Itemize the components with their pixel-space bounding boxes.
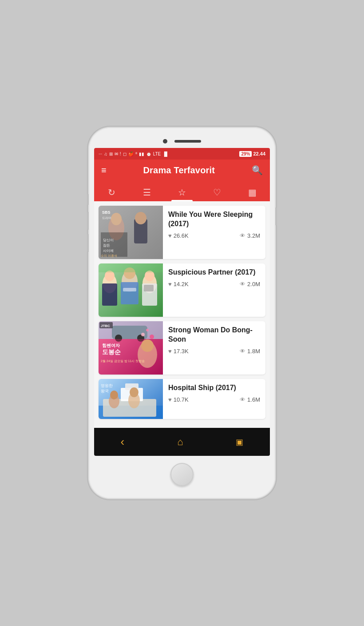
svg-text:잠든: 잠든 <box>103 243 110 247</box>
views-count-3: 1.8M <box>247 348 260 355</box>
home-button-nav[interactable]: ⌂ <box>168 435 192 450</box>
recent-apps-button[interactable]: ▣ <box>227 435 252 449</box>
svg-text:영원한: 영원한 <box>101 383 113 388</box>
likes-count-3: 17.3K <box>174 348 189 355</box>
phone-shell: ··· ♫ ⊞ ✉ ! ◻ 🍎 ⁸ ▮▮ ⏰ LTE ▐▌ 29% 22.44 … <box>89 128 275 498</box>
svg-point-5 <box>111 213 122 225</box>
content-area: SBS 드라마스페셜 당신이 잠든 사이에 수지 이종석 <box>94 201 270 428</box>
eye-icon-4: 👁 <box>240 396 245 403</box>
views-stat-1: 👁 3.2M <box>240 232 260 239</box>
status-icon-apple: 🍎 <box>128 152 134 156</box>
svg-rect-20 <box>123 288 136 291</box>
status-icon-spotify: ♫ <box>104 152 107 156</box>
volume-up-button[interactable] <box>87 212 89 230</box>
views-stat-2: 👁 2.0M <box>240 281 260 287</box>
status-icon-mail: ✉ <box>115 152 118 156</box>
app-title: Drama Terfavorit <box>143 165 215 175</box>
views-count-2: 2.0M <box>247 281 260 287</box>
gallery-icon: ▦ <box>248 187 257 198</box>
power-button[interactable] <box>275 207 277 225</box>
svg-point-33 <box>141 333 145 336</box>
eye-icon-1: 👁 <box>240 232 245 239</box>
status-icon-lte: LTE <box>153 152 161 156</box>
svg-text:JTBC: JTBC <box>101 324 110 328</box>
drama-stats-1: ♥ 26.6K 👁 3.2M <box>168 232 260 239</box>
svg-text:왕국: 왕국 <box>101 389 109 393</box>
back-button[interactable]: ‹ <box>112 433 134 451</box>
svg-text:당신이: 당신이 <box>103 238 114 242</box>
heart-stat-icon-4: ♥ <box>168 396 172 403</box>
svg-point-48 <box>110 391 118 399</box>
svg-point-50 <box>130 387 138 397</box>
star-icon: ☆ <box>178 187 186 198</box>
volume-down-button[interactable] <box>87 234 89 252</box>
drama-title-2: Suspicious Partner (2017) <box>168 268 260 277</box>
search-icon[interactable]: 🔍 <box>252 165 263 175</box>
tab-heart[interactable]: ♡ <box>200 183 235 201</box>
heart-icon: ♡ <box>213 187 221 198</box>
tab-refresh[interactable]: ↻ <box>94 183 129 201</box>
tab-star[interactable]: ☆ <box>164 183 199 201</box>
likes-count-4: 10.7K <box>174 396 189 403</box>
status-time: 22.44 <box>253 151 265 156</box>
refresh-icon: ↻ <box>108 187 115 198</box>
phone-screen: ··· ♫ ⊞ ✉ ! ◻ 🍎 ⁸ ▮▮ ⏰ LTE ▐▌ 29% 22.44 … <box>94 148 270 456</box>
drama-card-4[interactable]: 영원한 왕국 Hospital Ship (2017) ♥ 10.7K 👁 1.… <box>99 379 265 419</box>
svg-rect-25 <box>99 263 163 272</box>
drama-poster-4: 영원한 왕국 <box>99 379 163 419</box>
status-icon-dots: ··· <box>99 152 102 156</box>
drama-card-3-info: Strong Woman Do Bong-Soon ♥ 17.3K 👁 1.8M <box>163 321 265 375</box>
status-icon-instagram: ◻ <box>123 152 127 156</box>
drama-stats-3: ♥ 17.3K 👁 1.8M <box>168 348 260 355</box>
status-right: 29% 22.44 <box>239 151 265 157</box>
heart-stat-icon-2: ♥ <box>168 281 172 287</box>
drama-card-2[interactable]: Suspicious Partner (2017) ♥ 14.2K 👁 2.0M <box>99 263 265 317</box>
likes-stat-1: ♥ 26.6K <box>168 232 189 239</box>
views-stat-3: 👁 1.8M <box>240 348 260 355</box>
eye-icon-3: 👁 <box>240 348 245 355</box>
drama-title-3: Strong Woman Do Bong-Soon <box>168 326 260 344</box>
drama-stats-2: ♥ 14.2K 👁 2.0M <box>168 281 260 287</box>
likes-stat-2: ♥ 14.2K <box>168 281 189 287</box>
likes-count-1: 26.6K <box>174 232 189 239</box>
tab-list[interactable]: ☰ <box>129 183 164 201</box>
status-icon-signal-bars: ▐▌ <box>162 152 169 156</box>
likes-stat-3: ♥ 17.3K <box>168 348 189 355</box>
drama-card-3[interactable]: JTBC 힘쎈여자 도봉순 2월 24일 금요일 밤 11시 첫방송 <box>99 321 265 375</box>
svg-point-7 <box>135 212 146 224</box>
views-count-1: 3.2M <box>247 232 260 239</box>
drama-card-1[interactable]: SBS 드라마스페셜 당신이 잠든 사이에 수지 이종석 <box>99 206 265 259</box>
camera <box>163 139 167 144</box>
tab-gallery[interactable]: ▦ <box>235 183 270 201</box>
likes-count-2: 14.2K <box>174 281 189 287</box>
app-header: ≡ Drama Terfavorit 🔍 <box>94 159 270 181</box>
drama-title-4: Hospital Ship (2017) <box>168 383 260 393</box>
drama-poster-2 <box>99 263 163 317</box>
status-left-icons: ··· ♫ ⊞ ✉ ! ◻ 🍎 ⁸ ▮▮ ⏰ LTE ▐▌ <box>99 152 169 156</box>
hamburger-menu-icon[interactable]: ≡ <box>101 165 107 175</box>
svg-rect-19 <box>121 282 138 304</box>
svg-text:도봉순: 도봉순 <box>102 348 121 355</box>
drama-poster-3: JTBC 힘쎈여자 도봉순 2월 24일 금요일 밤 11시 첫방송 <box>99 321 163 375</box>
drama-stats-4: ♥ 10.7K 👁 1.6M <box>168 396 260 403</box>
heart-stat-icon-1: ♥ <box>168 232 172 239</box>
bottom-nav: ‹ ⌂ ▣ <box>94 428 270 456</box>
svg-point-34 <box>146 329 149 331</box>
status-icon-alert: ! <box>120 152 121 156</box>
svg-rect-24 <box>144 285 154 291</box>
status-bar: ··· ♫ ⊞ ✉ ! ◻ 🍎 ⁸ ▮▮ ⏰ LTE ▐▌ 29% 22.44 <box>94 148 270 159</box>
drama-card-4-info: Hospital Ship (2017) ♥ 10.7K 👁 1.6M <box>163 379 265 419</box>
list-icon: ☰ <box>143 187 151 198</box>
svg-text:사이에: 사이에 <box>103 249 114 253</box>
svg-point-35 <box>150 335 154 339</box>
battery-indicator: 29% <box>239 151 252 157</box>
physical-home-button[interactable] <box>170 463 194 486</box>
drama-poster-1: SBS 드라마스페셜 당신이 잠든 사이에 수지 이종석 <box>99 206 163 259</box>
svg-text:힘쎈여자: 힘쎈여자 <box>102 343 120 348</box>
svg-point-40 <box>141 339 154 352</box>
status-icon-signal: ▮▮ <box>139 152 144 156</box>
speaker <box>174 140 201 143</box>
svg-text:수지 이종석: 수지 이종석 <box>101 254 117 258</box>
eye-icon-2: 👁 <box>240 281 245 287</box>
mute-button[interactable] <box>87 194 89 205</box>
